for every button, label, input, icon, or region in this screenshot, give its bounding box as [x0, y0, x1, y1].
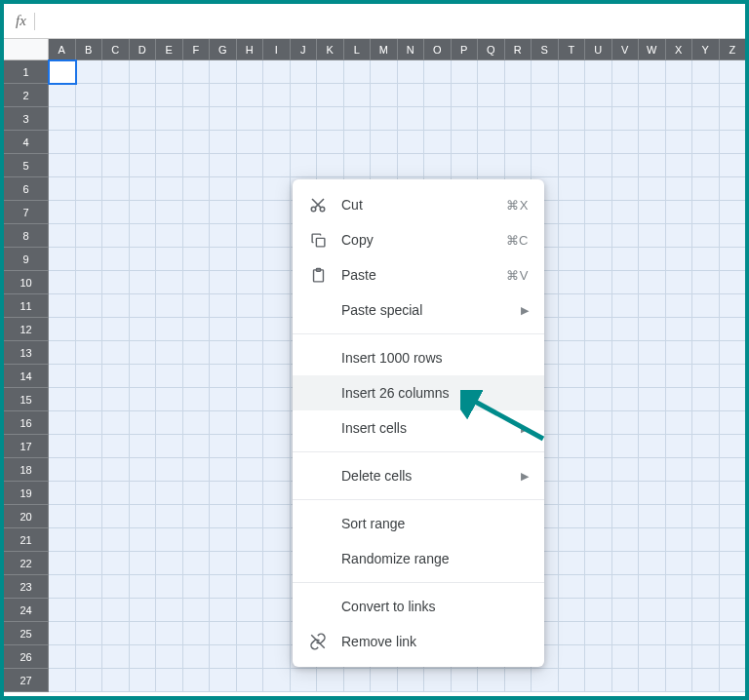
cell[interactable] [720, 482, 747, 505]
cell[interactable] [639, 248, 666, 271]
cell[interactable] [130, 411, 157, 435]
cell[interactable] [666, 84, 693, 107]
cell[interactable] [639, 154, 666, 177]
row-header[interactable]: 16 [4, 411, 49, 435]
cell[interactable] [237, 318, 264, 341]
cell[interactable] [692, 528, 720, 552]
cell[interactable] [585, 505, 612, 528]
cell[interactable] [76, 435, 103, 458]
cell[interactable] [76, 458, 103, 482]
cell[interactable] [102, 131, 130, 154]
row-header[interactable]: 7 [4, 201, 49, 224]
cell[interactable] [585, 294, 612, 318]
cell[interactable] [692, 154, 720, 177]
cell[interactable] [559, 505, 586, 528]
cell[interactable] [720, 248, 747, 271]
cell[interactable] [102, 60, 130, 84]
cell[interactable] [156, 482, 183, 505]
cell[interactable] [291, 60, 318, 84]
cell[interactable] [612, 294, 640, 318]
cell[interactable] [585, 154, 612, 177]
cell[interactable] [237, 60, 264, 84]
cell[interactable] [102, 341, 130, 365]
cell[interactable] [183, 318, 211, 341]
cell[interactable] [76, 669, 103, 692]
cell[interactable] [102, 84, 130, 107]
cell[interactable] [210, 201, 237, 224]
cell[interactable] [130, 201, 157, 224]
cell[interactable] [102, 669, 130, 692]
cell[interactable] [156, 177, 183, 201]
cell[interactable] [692, 60, 720, 84]
cell[interactable] [532, 107, 559, 131]
row-header[interactable]: 9 [4, 248, 49, 271]
cell[interactable] [344, 107, 372, 131]
cell[interactable] [559, 388, 586, 411]
cell[interactable] [76, 528, 103, 552]
cell[interactable] [130, 131, 157, 154]
cell[interactable] [639, 552, 666, 575]
cell[interactable] [76, 60, 103, 84]
cell[interactable] [210, 154, 237, 177]
cell[interactable] [49, 599, 76, 622]
cell[interactable] [505, 84, 532, 107]
cell[interactable] [666, 177, 693, 201]
cell[interactable] [559, 552, 586, 575]
column-header[interactable]: K [317, 39, 344, 60]
cell[interactable] [720, 552, 747, 575]
cell[interactable] [692, 224, 720, 248]
menu-sort-range[interactable]: Sort range [293, 506, 544, 541]
cell[interactable] [692, 645, 720, 669]
cell[interactable] [559, 294, 586, 318]
column-header[interactable]: X [666, 39, 693, 60]
row-header[interactable]: 17 [4, 435, 49, 458]
cell[interactable] [559, 201, 586, 224]
row-header[interactable]: 19 [4, 482, 49, 505]
cell[interactable] [612, 552, 640, 575]
cell[interactable] [237, 131, 264, 154]
cell[interactable] [398, 131, 425, 154]
cell[interactable] [210, 294, 237, 318]
cell[interactable] [720, 154, 747, 177]
row-header[interactable]: 2 [4, 84, 49, 107]
cell[interactable] [130, 271, 157, 294]
cell[interactable] [183, 201, 211, 224]
cell[interactable] [398, 154, 425, 177]
cell[interactable] [156, 224, 183, 248]
cell[interactable] [49, 528, 76, 552]
cell[interactable] [263, 528, 291, 552]
cell[interactable] [183, 411, 211, 435]
cell[interactable] [424, 669, 452, 692]
row-header[interactable]: 4 [4, 131, 49, 154]
cell[interactable] [237, 505, 264, 528]
cell[interactable] [692, 248, 720, 271]
cell[interactable] [183, 482, 211, 505]
cell[interactable] [263, 271, 291, 294]
cell[interactable] [585, 224, 612, 248]
cell[interactable] [666, 458, 693, 482]
cell[interactable] [585, 435, 612, 458]
cell[interactable] [424, 107, 452, 131]
cell[interactable] [210, 599, 237, 622]
cell[interactable] [237, 271, 264, 294]
cell[interactable] [639, 388, 666, 411]
cell[interactable] [130, 154, 157, 177]
cell[interactable] [692, 318, 720, 341]
menu-remove-link[interactable]: Remove link [293, 624, 544, 659]
column-header[interactable]: D [130, 39, 157, 60]
cell[interactable] [263, 248, 291, 271]
cell[interactable] [102, 411, 130, 435]
cell[interactable] [452, 131, 479, 154]
row-header[interactable]: 8 [4, 224, 49, 248]
row-header[interactable]: 26 [4, 645, 49, 669]
menu-copy[interactable]: Copy ⌘C [293, 222, 544, 257]
row-header[interactable]: 3 [4, 107, 49, 131]
cell[interactable] [666, 622, 693, 645]
cell[interactable] [76, 131, 103, 154]
cell[interactable] [692, 84, 720, 107]
cell[interactable] [639, 60, 666, 84]
cell[interactable] [478, 131, 505, 154]
cell[interactable] [183, 341, 211, 365]
cell[interactable] [639, 84, 666, 107]
cell[interactable] [49, 84, 76, 107]
